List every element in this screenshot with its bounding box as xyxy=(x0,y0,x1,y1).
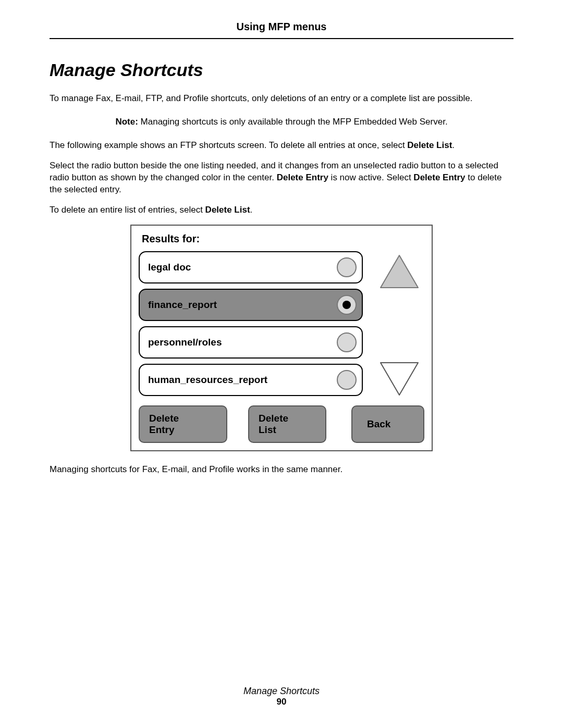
radio-selected-icon[interactable] xyxy=(337,295,357,315)
entry-label: personnel/roles xyxy=(148,337,222,348)
note-body: Managing shortcuts is only available thr… xyxy=(138,117,448,127)
p2c: . xyxy=(452,140,455,150)
running-head: Using MFP menus xyxy=(50,21,513,38)
entries-list: legal doc finance_report personnel/roles… xyxy=(139,251,363,401)
p4b: Delete List xyxy=(205,205,250,215)
list-item[interactable]: finance_report xyxy=(139,289,363,321)
p2b: Delete List xyxy=(407,140,452,150)
list-item[interactable]: legal doc xyxy=(139,251,363,283)
header-rule xyxy=(50,38,513,39)
svg-marker-0 xyxy=(381,255,418,288)
radio-dot-icon xyxy=(342,301,351,309)
screen: Results for: legal doc finance_report pe… xyxy=(130,225,433,451)
paragraph-delete-list: To delete an entire list of entries, sel… xyxy=(50,204,513,216)
screenshot-panel: Results for: legal doc finance_report pe… xyxy=(130,225,433,451)
delete-list-button[interactable]: Delete List xyxy=(248,405,326,443)
radio-unselected-icon[interactable] xyxy=(337,332,357,352)
note-prefix: Note: xyxy=(115,117,138,127)
scroll-up-button[interactable] xyxy=(378,253,420,288)
p4c: . xyxy=(250,205,253,215)
delete-list-line2: List xyxy=(259,424,288,436)
radio-unselected-icon[interactable] xyxy=(337,257,357,277)
section-title: Manage Shortcuts xyxy=(50,60,513,80)
results-for-label: Results for: xyxy=(142,233,424,245)
delete-list-line1: Delete xyxy=(259,413,288,424)
paragraph-closing: Managing shortcuts for Fax, E-mail, and … xyxy=(50,464,513,476)
paragraph-select: Select the radio button beside the one l… xyxy=(50,160,513,196)
list-item[interactable]: personnel/roles xyxy=(139,326,363,359)
delete-entry-button[interactable]: Delete Entry xyxy=(139,405,227,443)
back-label: Back xyxy=(367,418,390,430)
paragraph-intro: To manage Fax, E-mail, FTP, and Profile … xyxy=(50,93,513,105)
p3c: is now active. Select xyxy=(328,172,413,182)
svg-marker-1 xyxy=(381,363,418,395)
p2a: The following example shows an FTP short… xyxy=(50,140,407,150)
paragraph-example: The following example shows an FTP short… xyxy=(50,140,513,152)
footer-page-number: 90 xyxy=(0,697,563,707)
radio-unselected-icon[interactable] xyxy=(337,370,357,390)
page-footer: Manage Shortcuts 90 xyxy=(0,686,563,707)
entry-label: legal doc xyxy=(148,262,191,273)
delete-entry-line2: Entry xyxy=(149,424,179,436)
p3d: Delete Entry xyxy=(413,172,465,182)
p4a: To delete an entire list of entries, sel… xyxy=(50,205,205,215)
p3b: Delete Entry xyxy=(277,172,328,182)
entry-label: finance_report xyxy=(148,299,217,311)
paragraph-note: Note: Managing shortcuts is only availab… xyxy=(50,116,513,128)
list-item[interactable]: human_resources_report xyxy=(139,364,363,396)
scroll-down-button[interactable] xyxy=(378,361,420,395)
entry-label: human_resources_report xyxy=(148,374,267,386)
footer-title: Manage Shortcuts xyxy=(0,686,563,697)
back-button[interactable]: Back xyxy=(351,405,424,443)
delete-entry-line1: Delete xyxy=(149,413,179,424)
